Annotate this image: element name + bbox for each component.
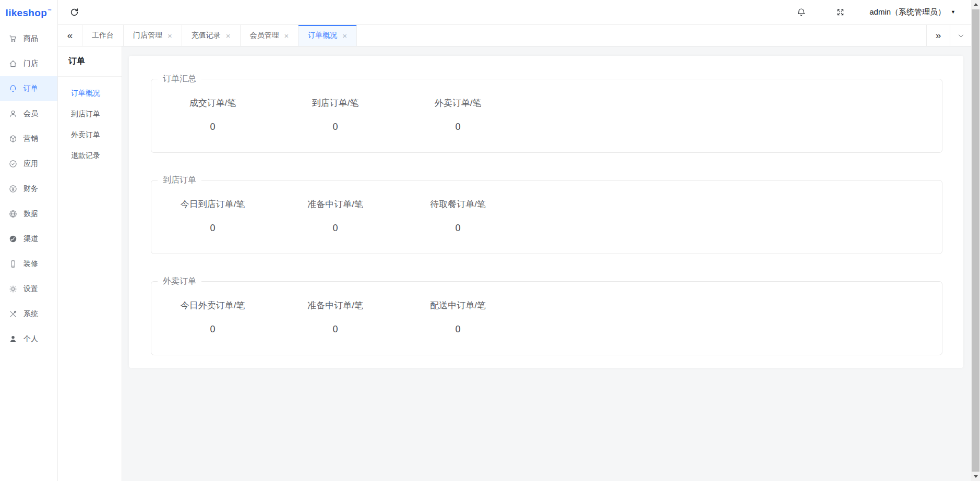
stat-preparing-orders: 准备中订单/笔 0 xyxy=(274,299,397,336)
vertical-scrollbar[interactable] xyxy=(971,0,980,481)
stat-label: 成交订单/笔 xyxy=(151,97,274,110)
tabs-menu-chevron-icon[interactable] xyxy=(950,25,971,46)
sidebar-item-apps[interactable]: 应用 xyxy=(0,151,57,176)
sidebar-item-system[interactable]: 系统 xyxy=(0,302,57,327)
storefront-icon xyxy=(8,59,18,68)
sidebar-item-marketing[interactable]: 营销 xyxy=(0,126,57,151)
channel-icon xyxy=(8,234,18,244)
caret-down-icon: ▼ xyxy=(951,10,955,15)
bell-icon xyxy=(8,84,18,93)
stat-value: 0 xyxy=(397,120,519,134)
sidebar-item-store[interactable]: 门店 xyxy=(0,51,57,76)
notification-bell-icon[interactable] xyxy=(796,7,806,17)
stat-value: 0 xyxy=(151,322,274,336)
stat-label: 今日外卖订单/笔 xyxy=(151,299,274,312)
sidebar-item-profile[interactable]: 个人 xyxy=(0,327,57,352)
submenu-list: 订单概况 到店订单 外卖订单 退款记录 xyxy=(58,77,122,166)
tab-member-management[interactable]: 会员管理 × xyxy=(241,25,299,46)
sidebar-item-settings[interactable]: 设置 xyxy=(0,276,57,302)
sidebar-item-data[interactable]: 数据 xyxy=(0,201,57,226)
sidebar-nav: 商品 门店 订单 会员 营销 应用 xyxy=(0,26,57,352)
sidebar-item-decoration[interactable]: 装修 xyxy=(0,251,57,276)
scrollbar-up-arrow[interactable] xyxy=(971,0,980,9)
tab-workbench[interactable]: 工作台 xyxy=(82,25,124,46)
stat-awaiting-pickup-orders: 待取餐订单/笔 0 xyxy=(397,198,519,235)
sidebar-item-label: 渠道 xyxy=(23,234,38,244)
scrollbar-thumb[interactable] xyxy=(972,9,979,472)
trademark-symbol: ™ xyxy=(47,8,52,13)
tabs-collapse-icon[interactable]: « xyxy=(58,25,82,46)
sidebar-item-member[interactable]: 会员 xyxy=(0,101,57,126)
submenu-item-instore-orders[interactable]: 到店订单 xyxy=(58,104,122,125)
stat-value: 0 xyxy=(274,120,397,134)
stat-label: 配送中订单/笔 xyxy=(397,299,519,312)
sidebar-item-label: 装修 xyxy=(23,259,38,269)
top-header: admin（系统管理员） ▼ xyxy=(58,0,971,25)
sidebar-item-label: 财务 xyxy=(23,184,38,194)
stat-label: 到店订单/笔 xyxy=(274,97,397,110)
stat-value: 0 xyxy=(397,221,519,235)
submenu-item-refund-records[interactable]: 退款记录 xyxy=(58,146,122,166)
stat-delivering-orders: 配送中订单/笔 0 xyxy=(397,299,519,336)
close-icon[interactable]: × xyxy=(168,32,172,40)
globe-icon xyxy=(8,209,18,219)
stats-row: 今日外卖订单/笔 0 准备中订单/笔 0 配送中订单/笔 0 xyxy=(151,299,942,336)
sidebar-item-order[interactable]: 订单 xyxy=(0,76,57,101)
tab-bar: « 工作台 门店管理 × 充值记录 × 会员管理 × 订单概况 × » xyxy=(58,25,971,46)
sidebar-item-label: 数据 xyxy=(23,209,38,219)
sidebar-item-label: 系统 xyxy=(23,309,38,319)
stat-today-instore-orders: 今日到店订单/笔 0 xyxy=(151,198,274,235)
triangle-down-icon xyxy=(974,475,978,478)
tab-label: 充值记录 xyxy=(192,31,221,40)
sidebar-item-goods[interactable]: 商品 xyxy=(0,26,57,51)
tab-recharge-records[interactable]: 充值记录 × xyxy=(182,25,241,46)
brand-name: likeshop xyxy=(6,7,47,19)
stat-takeout-orders: 外卖订单/笔 0 xyxy=(397,97,519,134)
tab-store-management[interactable]: 门店管理 × xyxy=(124,25,182,46)
submenu-item-takeout-orders[interactable]: 外卖订单 xyxy=(58,125,122,146)
mobile-icon xyxy=(8,259,18,269)
cube-icon xyxy=(8,134,18,143)
close-icon[interactable]: × xyxy=(342,32,347,40)
user-icon xyxy=(8,109,18,118)
tabs-expand-icon[interactable]: » xyxy=(926,25,950,46)
brand-logo[interactable]: likeshop™ xyxy=(0,0,57,26)
stat-label: 待取餐订单/笔 xyxy=(397,198,519,211)
scrollbar-down-arrow[interactable] xyxy=(971,472,980,481)
order-submenu: 订单 订单概况 到店订单 外卖订单 退款记录 xyxy=(58,46,122,481)
tab-label: 订单概况 xyxy=(308,31,337,40)
refresh-icon[interactable] xyxy=(69,7,79,17)
sidebar-item-finance[interactable]: 财务 xyxy=(0,176,57,201)
sidebar-item-label: 会员 xyxy=(23,109,38,118)
triangle-up-icon xyxy=(974,3,978,6)
main-column: admin（系统管理员） ▼ « 工作台 门店管理 × 充值记录 × 会员管理 … xyxy=(58,0,971,481)
sidebar-item-label: 营销 xyxy=(23,134,38,143)
fullscreen-icon[interactable] xyxy=(835,7,845,17)
cart-icon xyxy=(8,34,18,43)
stat-instore-orders: 到店订单/笔 0 xyxy=(274,97,397,134)
stat-value: 0 xyxy=(151,221,274,235)
user-label: admin（系统管理员） xyxy=(869,7,946,17)
main-sidebar: likeshop™ 商品 门店 订单 会员 营销 xyxy=(0,0,58,481)
stat-preparing-orders: 准备中订单/笔 0 xyxy=(274,198,397,235)
close-icon[interactable]: × xyxy=(226,32,231,40)
user-menu[interactable]: admin（系统管理员） ▼ xyxy=(869,7,955,17)
stat-today-takeout-orders: 今日外卖订单/笔 0 xyxy=(151,299,274,336)
tab-label: 会员管理 xyxy=(250,31,279,40)
stat-value: 0 xyxy=(274,221,397,235)
section-legend: 外卖订单 xyxy=(158,276,201,287)
stat-value: 0 xyxy=(274,322,397,336)
tab-order-overview[interactable]: 订单概况 × xyxy=(298,25,357,46)
content-panel: 订单汇总 成交订单/笔 0 到店订单/笔 0 外卖订单/笔 xyxy=(129,56,963,368)
stat-label: 今日到店订单/笔 xyxy=(151,198,274,211)
app-window: likeshop™ 商品 门店 订单 会员 营销 xyxy=(0,0,980,481)
stat-label: 外卖订单/笔 xyxy=(397,97,519,110)
sidebar-item-channel[interactable]: 渠道 xyxy=(0,226,57,251)
stats-row: 今日到店订单/笔 0 准备中订单/笔 0 待取餐订单/笔 0 xyxy=(151,198,942,235)
submenu-item-order-overview[interactable]: 订单概况 xyxy=(58,83,122,104)
close-icon[interactable]: × xyxy=(284,32,289,40)
sidebar-item-label: 商品 xyxy=(23,34,38,43)
stats-row: 成交订单/笔 0 到店订单/笔 0 外卖订单/笔 0 xyxy=(151,97,942,134)
section-legend: 到店订单 xyxy=(158,175,201,186)
sidebar-item-label: 订单 xyxy=(23,84,38,93)
